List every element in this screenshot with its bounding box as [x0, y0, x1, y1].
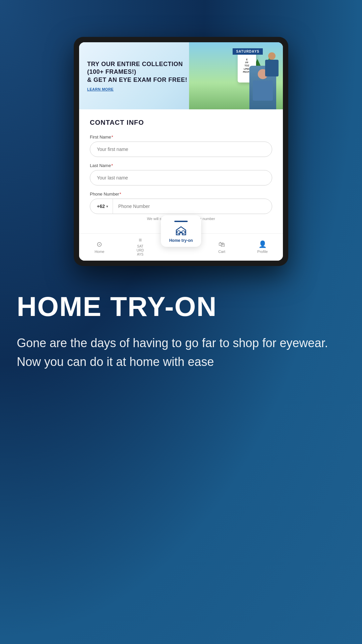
nav-home-tryon-card[interactable]: Home try-on — [161, 215, 201, 247]
shop-icon: ≡ — [139, 237, 142, 243]
banner-text: SATURDAYS TRY OUR ENTIRE COLLECTION(100+… — [87, 60, 275, 91]
tablet-frame: SATURDAYS TRY OUR ENTIRE COLLECTION(100+… — [74, 37, 288, 266]
svg-line-4 — [185, 232, 186, 232]
nav-item-shop[interactable]: ≡ SAT URD AYS — [120, 237, 161, 257]
form-section: CONTACT INFO First Name* Last Name* Phon… — [79, 109, 283, 233]
home-tryon-label: Home try-on — [169, 238, 193, 243]
nav-home-label: Home — [95, 250, 104, 254]
nav-item-cart[interactable]: 🛍 Cart — [201, 240, 242, 254]
nav-item-profile[interactable]: 👤 Profile — [242, 240, 283, 254]
last-name-field-group: Last Name* — [90, 163, 272, 185]
lower-content: HOME TRY-ON Gone are the days of having … — [0, 266, 362, 398]
svg-line-3 — [176, 232, 177, 232]
svg-point-1 — [182, 231, 185, 233]
home-tryon-icon — [174, 226, 188, 235]
feature-title: HOME TRY-ON — [17, 293, 345, 320]
phone-prefix-value: +62 — [97, 204, 105, 209]
profile-icon: 👤 — [258, 240, 267, 248]
chevron-down-icon: ▾ — [106, 205, 108, 208]
first-name-input[interactable] — [90, 142, 272, 157]
nav-center-bar — [174, 221, 188, 222]
cart-icon: 🛍 — [219, 240, 225, 248]
first-name-label: First Name* — [90, 135, 272, 140]
contact-info-title: CONTACT INFO — [90, 119, 272, 126]
phone-field-row: +62 ▾ — [90, 199, 272, 214]
banner: SATURDAYS TRY OUR ENTIRE COLLECTION(100+… — [79, 42, 283, 109]
nav-shop-label: SAT URD AYS — [137, 245, 144, 257]
banner-tag: SATURDAYS — [233, 48, 263, 55]
first-name-field-group: First Name* — [90, 135, 272, 157]
last-name-input[interactable] — [90, 170, 272, 185]
phone-prefix-selector[interactable]: +62 ▾ — [90, 199, 113, 214]
bottom-nav: ⊙ Home ≡ SAT URD AYS — [79, 233, 283, 261]
svg-point-0 — [177, 231, 180, 233]
nav-cart-label: Cart — [218, 250, 225, 254]
tablet-screen: SATURDAYS TRY OUR ENTIRE COLLECTION(100+… — [79, 42, 283, 261]
home-icon: ⊙ — [97, 240, 102, 248]
nav-item-home[interactable]: ⊙ Home — [79, 240, 120, 254]
last-name-label: Last Name* — [90, 163, 272, 168]
feature-description: Gone are the days of having to go far to… — [17, 334, 345, 371]
learn-more-link[interactable]: LEARN MORE — [87, 87, 275, 91]
phone-number-input[interactable] — [113, 199, 272, 214]
nav-profile-label: Profile — [257, 250, 268, 254]
banner-headline: TRY OUR ENTIRE COLLECTION(100+ FRAMES!)&… — [87, 60, 275, 84]
phone-label: Phone Number* — [90, 192, 272, 197]
